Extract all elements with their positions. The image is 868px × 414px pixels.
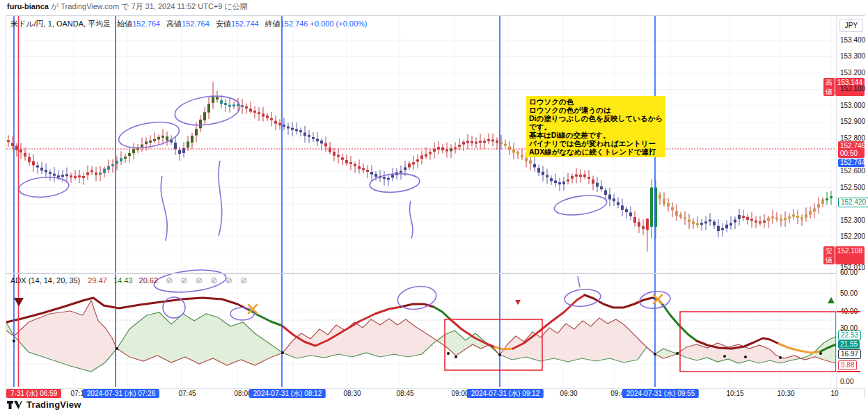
- note-line: ADX線がななめに続くトレンドで連打: [529, 148, 663, 156]
- time-marker-badge: 7-31 (水) 06:59: [6, 389, 61, 398]
- price-axis-label: 152.900: [837, 118, 868, 125]
- price-axis-label: 152.500: [837, 184, 868, 191]
- price-axis-label: 153.200: [837, 69, 868, 77]
- ha-close-badge: 152.420: [838, 198, 868, 207]
- time-marker-badge: 2024-07-31 (水) 08:12: [249, 389, 326, 398]
- adx-value-badge: 16.97: [838, 349, 861, 359]
- adx-value-badge: 9.88: [838, 360, 857, 370]
- di-fill-areas: [6, 303, 836, 372]
- open-value: 152.764: [132, 19, 160, 28]
- chart-canvas[interactable]: [6, 16, 836, 388]
- price-axis-label: 153.400: [837, 36, 868, 44]
- symbol-legend[interactable]: 米ドル/円, 1, OANDA, 平均足 始値152.764 高値152.764…: [10, 19, 367, 29]
- tradingview-logo-icon[interactable]: [7, 400, 22, 410]
- bar-countdown: 00:50: [840, 150, 862, 157]
- time-axis-label: 10:15: [726, 390, 743, 397]
- note-line: 基本はDi線の交差です。: [529, 131, 663, 139]
- currency-toggle-button[interactable]: JPY: [839, 19, 863, 32]
- chart-plot-area[interactable]: 米ドル/円, 1, OANDA, 平均足 始値152.764 高値152.764…: [6, 16, 836, 388]
- tradingview-brand[interactable]: TradingView: [26, 399, 81, 410]
- adx-value-badge: 21.55: [838, 340, 860, 349]
- price-axis-label: 153.000: [837, 102, 868, 109]
- change-value: +0.000 (+0.00%): [310, 19, 368, 28]
- time-axis[interactable]: 07:1507:4508:0008:3008:4509:0009:3009:41…: [6, 388, 865, 398]
- adx-axis-label: 60.00: [837, 269, 868, 276]
- annotation-note[interactable]: ロウソクの色ロウソクの色が違うのはDiの塗りつぶしの色を反映しているからです。基…: [526, 96, 665, 157]
- note-line: ロウソクの色: [529, 97, 663, 106]
- price-axis-label: 152.800: [837, 134, 868, 142]
- session-low-badge: 安値 152.108: [823, 246, 865, 264]
- publish-info: furu-bianca が TradingView.com で 7月 31, 2…: [7, 1, 248, 12]
- adx-axis-label: 0.00: [837, 378, 868, 385]
- time-axis-label: 09:00: [451, 390, 468, 397]
- high-label: 高値: [166, 19, 182, 28]
- candles: [7, 82, 833, 251]
- high-value: 152.764: [182, 19, 210, 28]
- high-badge-label: 高値: [823, 78, 835, 96]
- low-badge-label: 安値: [823, 246, 835, 264]
- price-axis-label: 152.600: [837, 167, 868, 175]
- footer: TradingView: [7, 399, 81, 410]
- close-value: 152.746: [281, 19, 308, 28]
- publisher-name: furu-bianca: [7, 2, 49, 10]
- adx-axis-label: 50.00: [837, 289, 868, 297]
- low-label: 安値: [216, 19, 231, 28]
- adx-value-1: 29.47: [88, 276, 107, 285]
- time-axis-label: 10:30: [777, 390, 794, 397]
- price-axis-label: 153.100: [837, 85, 868, 93]
- time-axis-label: 08:30: [343, 390, 361, 397]
- time-marker-badge: 2024-07-31 (水) 07:26: [83, 389, 159, 398]
- last-price-badge: 152.746 00:50: [838, 141, 865, 158]
- price-axis-label: 152.300: [837, 216, 868, 224]
- time-axis-label: 09:30: [560, 390, 577, 397]
- note-line: Diの塗りつぶしの色を反映しているから: [529, 114, 663, 122]
- note-line: ロウソクの色が違うのは: [529, 106, 663, 114]
- price-axis-label: 153.300: [837, 52, 868, 60]
- note-line: です。: [529, 122, 663, 131]
- symbol-title[interactable]: 米ドル/円, 1, OANDA, 平均足: [10, 19, 111, 28]
- time-axis-label: 08:45: [396, 390, 413, 397]
- rectangle-edge-overlay: [837, 311, 860, 312]
- close-label: 終値: [265, 19, 281, 28]
- low-value: 152.744: [231, 19, 259, 28]
- time-axis-label: 10: [830, 390, 838, 397]
- tradingview-published-chart: furu-bianca が TradingView.com で 7月 31, 2…: [0, 0, 868, 414]
- adx-legend[interactable]: ADX (14, 14, 20, 35) 29.47 14.43 20.62 ⊘…: [10, 276, 250, 285]
- rectangle-edge-overlay: [837, 371, 860, 372]
- price-axis-label: 152.200: [837, 232, 868, 240]
- time-marker-badge: 2024-07-31 (水) 09:55: [622, 389, 699, 398]
- adx-title[interactable]: ADX (14, 14, 20, 35): [10, 276, 80, 285]
- open-label: 始値: [117, 19, 132, 28]
- adx-value-2: 14.43: [113, 276, 133, 285]
- time-marker-badge: 2024-07-31 (水) 09:12: [467, 389, 544, 398]
- publish-text: が TradingView.com で 7月 31, 2024 11:52 UT…: [49, 2, 248, 10]
- adx-value-3: 20.62: [139, 276, 159, 285]
- bid-price-badge: 152.744: [838, 159, 865, 167]
- adx-value-badge: 22.53: [838, 331, 861, 340]
- last-price-value: 152.746: [840, 142, 862, 150]
- time-axis-label: 07:45: [178, 390, 196, 397]
- low-badge-value: 152.108: [835, 246, 865, 264]
- hidden-values-icons: ⊘ ⊘ ⊘ ⊘ ⊘ ⊘: [166, 276, 250, 285]
- note-line: バイナリでは色が変わればエントリー: [529, 139, 663, 148]
- chart-widget[interactable]: 米ドル/円, 1, OANDA, 平均足 始値152.764 高値152.764…: [6, 15, 865, 398]
- price-axis[interactable]: JPY 高値 153.144 152.746 00:50 152.744 152…: [836, 16, 865, 388]
